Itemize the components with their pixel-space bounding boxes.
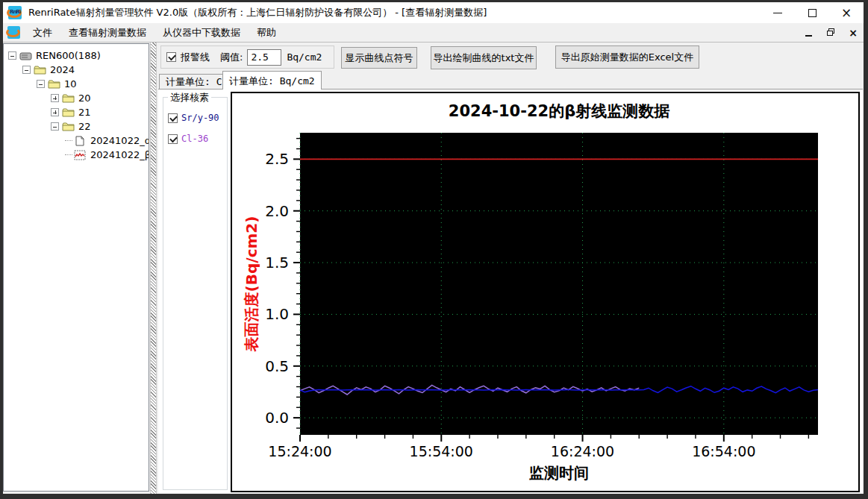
tree-item-20241022_β[interactable]: 20241022_β	[4, 148, 149, 162]
menu-items: 文件查看辐射测量数据从仪器中下载数据帮助	[25, 23, 284, 42]
collapse-icon[interactable]	[37, 80, 45, 88]
threshold-label: 阈值:	[220, 51, 243, 64]
folder-icon	[62, 122, 75, 132]
y-axis-label: 表面活度(Bq/cm2)	[243, 216, 260, 353]
nuclide-checkbox-Sr/y-90[interactable]	[168, 113, 178, 123]
y-tick-label: 1.0	[265, 305, 289, 323]
x-axis-label: 监测时间	[529, 464, 589, 482]
nuclide-label: Sr/y-90	[181, 113, 219, 123]
mdi-restore-icon	[827, 28, 835, 37]
export-excel-button[interactable]: 导出原始测量数据的Excel文件	[555, 45, 699, 69]
minimize-icon	[773, 13, 782, 13]
alarm-line-checkbox[interactable]	[166, 52, 176, 62]
unit-tabs: 计量单位: CPS 计量单位: Bq/cm2	[158, 72, 864, 90]
tree-item-label: 20241022_β	[90, 148, 149, 162]
chart-panel: 15:24:0015:54:0016:24:0016:54:000.00.51.…	[231, 92, 860, 492]
nuclide-label: Cl-36	[181, 134, 208, 144]
mdi-close-button[interactable]: ×	[847, 27, 859, 39]
menu-item-4[interactable]: 帮助	[249, 23, 284, 43]
nuclide-groupbox-title: 选择核素	[168, 91, 211, 104]
menu-item-1[interactable]: 文件	[25, 23, 60, 43]
alarm-line-label: 报警线	[181, 51, 210, 64]
tree-item-REN600(188)[interactable]: REN600(188)	[4, 48, 149, 63]
tree-panel: REN600(188)20241020212220241022_α2024102…	[3, 43, 149, 492]
device-icon	[19, 51, 32, 61]
menu-item-3[interactable]: 从仪器中下载数据	[154, 23, 249, 43]
expand-icon[interactable]	[51, 94, 59, 102]
x-tick-label: 16:54:00	[692, 443, 755, 459]
mdi-child-icon	[7, 26, 20, 39]
folder-icon	[62, 93, 75, 104]
y-tick-label: 2.5	[265, 150, 289, 168]
tree-item-10[interactable]: 10	[4, 77, 149, 91]
folder-icon	[48, 79, 60, 90]
y-tick-label: 2.0	[265, 202, 289, 220]
folder-icon	[34, 65, 46, 75]
y-tick-label: 0.0	[265, 409, 289, 427]
close-button[interactable]: ×	[829, 2, 864, 23]
client-area: REN600(188)20241020212220241022_α2024102…	[3, 43, 864, 494]
nuclide-groupbox: 选择核素 Sr/y-90Cl-36	[163, 97, 228, 490]
show-curve-points-button[interactable]: 显示曲线点符号	[341, 47, 417, 69]
app-logo-icon: RnRi	[8, 6, 22, 19]
mdi-close-icon: ×	[849, 28, 858, 38]
expand-icon[interactable]	[51, 108, 59, 116]
nuclide-checkbox-Cl-36[interactable]	[168, 134, 178, 144]
x-tick-label: 15:54:00	[410, 443, 473, 459]
tree-item-label: 10	[64, 77, 77, 91]
y-tick-label: 0.5	[265, 357, 289, 375]
menu-bar: 文件查看辐射测量数据从仪器中下载数据帮助 ×	[3, 23, 864, 43]
maximize-icon	[808, 9, 817, 17]
threshold-input[interactable]	[247, 49, 281, 66]
tree-item-label: 21	[78, 105, 91, 119]
tab-page: 选择核素 Sr/y-90Cl-36 15:24:0015:54:0016:24:…	[158, 89, 863, 493]
collapse-icon[interactable]	[22, 66, 31, 74]
tree-connector	[65, 140, 72, 141]
tree-item-20[interactable]: 20	[4, 91, 149, 105]
tree-connector	[65, 154, 72, 155]
chart-file-icon	[74, 150, 87, 160]
export-txt-button[interactable]: 导出绘制曲线的txt文件	[431, 46, 537, 69]
mdi-minimize-button[interactable]	[802, 27, 814, 39]
title-bar: RnRi RenriRate辐射剂量管理软件 V2.0版（版权所有：上海仁日辐射…	[3, 2, 864, 23]
minimize-button[interactable]	[761, 2, 795, 23]
menu-item-2[interactable]: 查看辐射测量数据	[60, 23, 154, 43]
mdi-restore-button[interactable]	[825, 27, 837, 39]
tab-unit-bqcm2[interactable]: 计量单位: Bq/cm2	[222, 71, 322, 90]
collapse-icon[interactable]	[51, 122, 59, 131]
tree-item-21[interactable]: 21	[4, 105, 149, 119]
x-tick-label: 16:24:00	[551, 443, 614, 459]
tree-item-label: REN600(188)	[36, 48, 101, 63]
y-tick-label: 1.5	[265, 254, 289, 272]
tree-item-label: 20241022_α	[90, 134, 149, 148]
tree-item-label: 22	[78, 119, 91, 134]
splitter-handle[interactable]	[150, 43, 157, 494]
maximize-button[interactable]	[795, 2, 829, 23]
close-icon: ×	[841, 7, 852, 19]
folder-icon	[62, 107, 75, 118]
window-title: RenriRate辐射剂量管理软件 V2.0版（版权所有：上海仁日辐射防护设备有…	[28, 6, 487, 19]
tree-item-label: 2024	[50, 63, 75, 77]
threshold-unit: Bq/cm2	[287, 51, 322, 63]
nuclide-row-Cl-36: Cl-36	[168, 134, 227, 144]
mdi-minimize-icon	[805, 35, 812, 37]
tree-item-22[interactable]: 22	[4, 119, 149, 134]
tree-item-2024[interactable]: 2024	[4, 63, 149, 77]
chart-title: 2024-10-22的β射线监测数据	[449, 102, 669, 120]
tree-item-label: 20	[78, 91, 91, 105]
file-icon	[74, 136, 87, 146]
tree-item-20241022_α[interactable]: 20241022_α	[4, 134, 149, 148]
alarm-groupbox: 报警线 阈值: Bq/cm2	[160, 45, 334, 69]
x-tick-label: 15:24:00	[268, 443, 331, 459]
nuclide-row-Sr/y-90: Sr/y-90	[168, 113, 227, 123]
monitoring-chart: 15:24:0015:54:0016:24:0016:54:000.00.51.…	[232, 93, 858, 491]
nuclide-list: Sr/y-90Cl-36	[163, 113, 227, 144]
collapse-icon[interactable]	[8, 51, 16, 60]
right-panel: 报警线 阈值: Bq/cm2 显示曲线点符号 导出绘制曲线的txt文件 导出原始…	[158, 43, 864, 494]
app-window: RnRi RenriRate辐射剂量管理软件 V2.0版（版权所有：上海仁日辐射…	[0, 0, 868, 499]
